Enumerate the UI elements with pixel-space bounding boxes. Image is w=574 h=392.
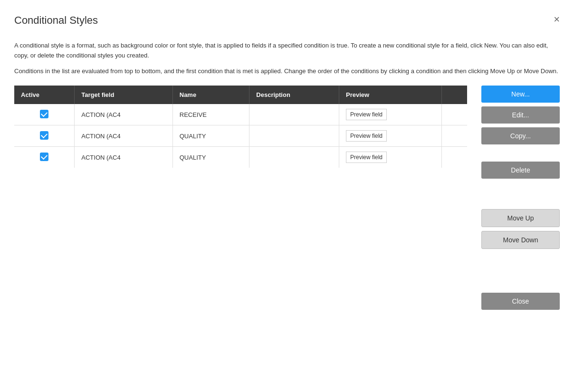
checkbox-checked-icon[interactable]	[40, 153, 48, 161]
extra-cell	[441, 147, 467, 168]
description-paragraph1: A conditional style is a format, such as…	[14, 41, 560, 61]
spacer1	[481, 148, 560, 158]
col-description: Description	[249, 86, 339, 104]
close-button[interactable]: Close	[481, 293, 560, 310]
buttons-panel: New... Edit... Copy... Delete Move Up Mo…	[481, 86, 560, 310]
copy-button[interactable]: Copy...	[481, 127, 560, 144]
target-field-cell: ACTION (AC4	[75, 104, 172, 125]
main-content: Active Target field Name Description Pre…	[14, 86, 560, 310]
col-target-field: Target field	[75, 86, 172, 104]
col-name: Name	[172, 86, 249, 104]
col-extra	[441, 86, 467, 104]
description-cell	[249, 125, 339, 147]
extra-cell	[441, 125, 467, 147]
new-button[interactable]: New...	[481, 86, 560, 103]
preview-cell: Preview field	[339, 104, 442, 125]
col-preview: Preview	[339, 86, 442, 104]
dialog-close-button[interactable]: ×	[554, 14, 560, 25]
extra-cell	[441, 104, 467, 125]
move-down-button[interactable]: Move Down	[481, 231, 560, 249]
name-cell: QUALITY	[172, 125, 249, 147]
edit-button[interactable]: Edit...	[481, 106, 560, 124]
move-up-button[interactable]: Move Up	[481, 209, 560, 227]
active-cell	[14, 104, 75, 125]
conditional-styles-dialog: Conditional Styles × A conditional style…	[0, 0, 574, 392]
dialog-title: Conditional Styles	[14, 14, 98, 27]
table-row[interactable]: ACTION (AC4RECEIVEPreview field	[14, 104, 467, 125]
table-header-row: Active Target field Name Description Pre…	[14, 86, 467, 104]
table-row[interactable]: ACTION (AC4QUALITYPreview field	[14, 125, 467, 147]
target-field-cell: ACTION (AC4	[75, 125, 172, 147]
spacer6	[481, 279, 560, 289]
checkbox-checked-icon[interactable]	[40, 110, 48, 118]
spacer4	[481, 253, 560, 262]
active-cell	[14, 125, 75, 147]
table-row[interactable]: ACTION (AC4QUALITYPreview field	[14, 147, 467, 168]
spacer5	[481, 266, 560, 276]
name-cell: RECEIVE	[172, 104, 249, 125]
checkbox-checked-icon[interactable]	[40, 131, 48, 140]
col-active: Active	[14, 86, 75, 104]
spacer3	[481, 196, 560, 205]
delete-button[interactable]: Delete	[481, 162, 560, 179]
target-field-cell: ACTION (AC4	[75, 147, 172, 168]
active-cell	[14, 147, 75, 168]
dialog-header: Conditional Styles ×	[14, 14, 560, 27]
name-cell: QUALITY	[172, 147, 249, 168]
preview-cell: Preview field	[339, 125, 442, 147]
description-cell	[249, 147, 339, 168]
description-cell	[249, 104, 339, 125]
spacer2	[481, 182, 560, 192]
description-paragraph2: Conditions in the list are evaluated fro…	[14, 67, 560, 76]
conditions-table: Active Target field Name Description Pre…	[14, 86, 467, 168]
table-section: Active Target field Name Description Pre…	[14, 86, 467, 310]
preview-cell: Preview field	[339, 147, 442, 168]
